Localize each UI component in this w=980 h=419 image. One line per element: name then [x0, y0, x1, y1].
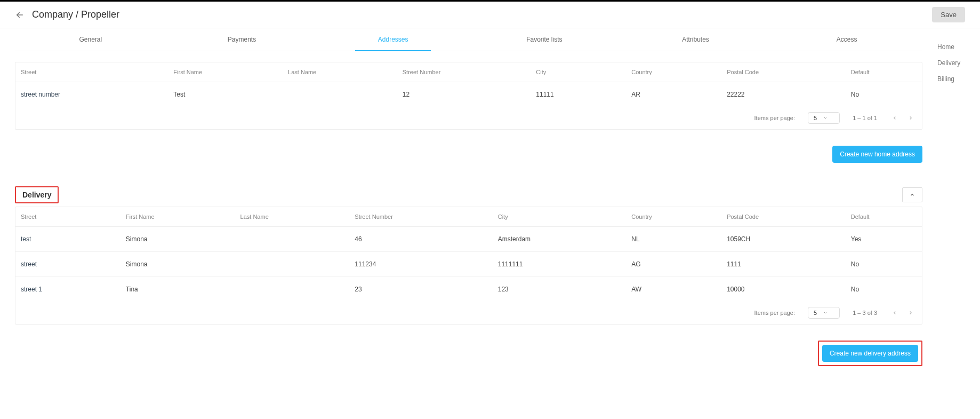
- col-street-number: Street Number: [397, 62, 531, 82]
- col-last-name: Last Name: [235, 207, 350, 227]
- delivery-address-table: Street First Name Last Name Street Numbe…: [15, 207, 922, 302]
- side-nav-billing[interactable]: Billing: [937, 71, 980, 87]
- col-city: City: [531, 62, 626, 82]
- delivery-address-card: Street First Name Last Name Street Numbe…: [15, 207, 922, 325]
- table-row[interactable]: street number Test 12 11111 AR 22222 No: [15, 82, 922, 107]
- chevron-up-icon: [910, 192, 915, 197]
- chevron-down-icon: [823, 116, 828, 120]
- home-table-footer: Items per page: 5 1 – 1 of 1: [15, 107, 922, 129]
- items-per-page-label: Items per page:: [754, 310, 795, 316]
- col-country: Country: [626, 207, 721, 227]
- delivery-section-title: Delivery: [15, 186, 59, 203]
- side-nav-delivery[interactable]: Delivery: [937, 55, 980, 71]
- page-title: Company / Propeller: [32, 9, 119, 20]
- tab-payments[interactable]: Payments: [166, 28, 318, 51]
- col-country: Country: [626, 62, 721, 82]
- table-row[interactable]: street 1 Tina 23 123 AW 10000 No: [15, 277, 922, 302]
- col-postal-code: Postal Code: [721, 207, 846, 227]
- collapse-delivery-button[interactable]: [902, 187, 922, 202]
- page-header: Company / Propeller Save: [0, 2, 980, 28]
- tabs-bar: General Payments Addresses Favorite list…: [15, 28, 922, 51]
- pager-range: 1 – 3 of 3: [853, 310, 877, 316]
- items-per-page-select[interactable]: 5: [808, 307, 840, 319]
- next-page-button[interactable]: [906, 308, 915, 318]
- col-default: Default: [846, 62, 922, 82]
- tab-access[interactable]: Access: [771, 28, 922, 51]
- back-arrow-icon[interactable]: [15, 10, 25, 20]
- tab-attributes[interactable]: Attributes: [620, 28, 772, 51]
- side-nav: Home Delivery Billing: [937, 28, 980, 388]
- col-street: Street: [15, 62, 168, 82]
- delivery-section-header: Delivery: [15, 179, 922, 207]
- col-street: Street: [15, 207, 121, 227]
- tab-addresses[interactable]: Addresses: [317, 28, 469, 51]
- tab-general[interactable]: General: [15, 28, 166, 51]
- tab-favorite-lists[interactable]: Favorite lists: [469, 28, 620, 51]
- prev-page-button[interactable]: [890, 308, 899, 318]
- col-city: City: [493, 207, 626, 227]
- home-address-card: Street First Name Last Name Street Numbe…: [15, 62, 922, 130]
- items-per-page-select[interactable]: 5: [808, 112, 840, 124]
- delivery-table-footer: Items per page: 5 1 – 3 of 3: [15, 302, 922, 324]
- pager-range: 1 – 1 of 1: [853, 115, 877, 121]
- chevron-down-icon: [823, 311, 828, 315]
- col-street-number: Street Number: [349, 207, 492, 227]
- col-first-name: First Name: [121, 207, 235, 227]
- table-row[interactable]: test Simona 46 Amsterdam NL 1059CH Yes: [15, 227, 922, 252]
- create-home-address-button[interactable]: Create new home address: [832, 146, 922, 163]
- items-per-page-label: Items per page:: [754, 115, 795, 121]
- save-button[interactable]: Save: [932, 7, 965, 22]
- col-postal-code: Postal Code: [721, 62, 846, 82]
- home-address-table: Street First Name Last Name Street Numbe…: [15, 62, 922, 107]
- prev-page-button[interactable]: [890, 113, 899, 123]
- col-first-name: First Name: [168, 62, 283, 82]
- col-default: Default: [846, 207, 922, 227]
- col-last-name: Last Name: [283, 62, 397, 82]
- next-page-button[interactable]: [906, 113, 915, 123]
- table-row[interactable]: street Simona 111234 1111111 AG 1111 No: [15, 252, 922, 277]
- side-nav-home[interactable]: Home: [937, 39, 980, 55]
- create-delivery-address-button[interactable]: Create new delivery address: [822, 345, 918, 362]
